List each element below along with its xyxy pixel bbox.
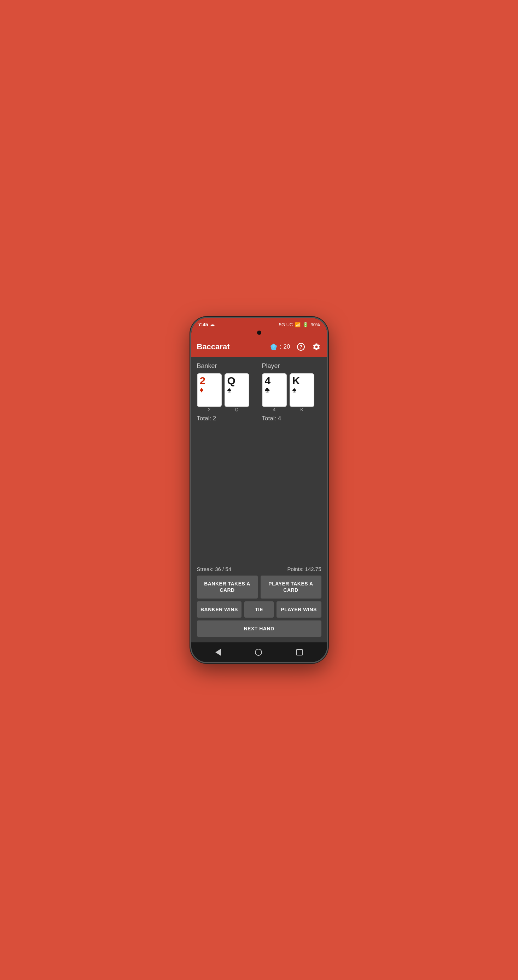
banker-total: Total: 2: [197, 415, 257, 422]
home-icon: [255, 649, 262, 656]
player-label: Player: [262, 363, 321, 370]
phone-device: 7:45 ☁ 5G UC 📶 🔋 90% Baccarat: [190, 317, 328, 663]
gem-score: : 20: [270, 343, 290, 351]
banker-card-1-suit: ♦: [200, 386, 204, 394]
player-card-2-label: K: [290, 407, 314, 412]
player-card-1-value: 4: [265, 375, 271, 386]
player-card-2-face: K ♠: [290, 373, 314, 407]
banker-card-2: Q ♠ Q: [225, 373, 249, 412]
signal-icon: 📶: [295, 322, 301, 328]
banker-takes-card-button[interactable]: BANKER TAKES A CARD: [197, 576, 258, 598]
banker-cards-row: 2 ♦ 2 Q ♠ Q: [197, 373, 257, 412]
player-card-1-face: 4 ♣: [262, 373, 287, 407]
next-hand-row: NEXT HAND: [197, 620, 321, 637]
notch-area: [191, 331, 327, 337]
nav-home-button[interactable]: [255, 649, 262, 656]
recents-icon: [296, 649, 303, 655]
winner-row: BANKER WINS TIE PLAYER WINS: [197, 601, 321, 617]
hands-row: Banker 2 ♦ 2 Q: [197, 363, 321, 422]
app-bar-right: : 20 ?: [270, 342, 321, 352]
streak-stat: Streak: 36 / 54: [197, 566, 232, 572]
action-buttons: BANKER TAKES A CARD PLAYER TAKES A CARD …: [197, 576, 321, 637]
gem-icon: [270, 343, 277, 351]
battery-text: 90%: [311, 322, 320, 328]
player-card-1-label: 4: [262, 407, 287, 412]
player-takes-card-button[interactable]: PLAYER TAKES A CARD: [261, 576, 321, 598]
help-button[interactable]: ?: [296, 342, 306, 352]
banker-card-1-label: 2: [197, 407, 222, 412]
main-content: Banker 2 ♦ 2 Q: [191, 357, 327, 562]
app-title: Baccarat: [197, 342, 270, 352]
player-card-2-suit: ♠: [292, 386, 296, 394]
banker-card-2-suit: ♠: [227, 386, 232, 394]
points-stat: Points: 142.75: [287, 566, 321, 572]
player-card-2: K ♠ K: [290, 373, 314, 412]
signal-text: 5G UC: [279, 322, 293, 328]
banker-card-1-value: 2: [200, 375, 206, 386]
banker-hand: Banker 2 ♦ 2 Q: [197, 363, 257, 422]
battery-icon: 🔋: [303, 322, 308, 328]
svg-text:?: ?: [299, 344, 302, 350]
banker-card-2-value: Q: [227, 375, 236, 386]
status-right-icons: 5G UC 📶 🔋 90%: [279, 322, 320, 328]
gem-value: :: [280, 343, 281, 350]
take-card-row: BANKER TAKES A CARD PLAYER TAKES A CARD: [197, 576, 321, 598]
banker-card-1-face: 2 ♦: [197, 373, 222, 407]
player-card-2-value: K: [292, 375, 300, 386]
player-card-1: 4 ♣ 4: [262, 373, 287, 412]
camera-dot: [257, 331, 261, 335]
banker-card-2-label: Q: [225, 407, 249, 412]
gem-count: 20: [284, 343, 290, 350]
nav-back-button[interactable]: [215, 649, 221, 656]
cloud-icon: ☁: [210, 322, 215, 328]
next-hand-button[interactable]: NEXT HAND: [197, 620, 321, 637]
player-card-1-suit: ♣: [265, 386, 270, 394]
app-bar: Baccarat : 20 ?: [191, 337, 327, 357]
player-cards-row: 4 ♣ 4 K ♠ K: [262, 373, 321, 412]
settings-button[interactable]: [311, 342, 321, 352]
tie-button[interactable]: TIE: [244, 601, 273, 617]
status-bar: 7:45 ☁ 5G UC 📶 🔋 90%: [191, 318, 327, 331]
player-hand: Player 4 ♣ 4 K: [262, 363, 321, 422]
stats-row: Streak: 36 / 54 Points: 142.75: [197, 562, 321, 576]
nav-recents-button[interactable]: [296, 649, 303, 655]
status-time: 7:45 ☁: [198, 322, 215, 328]
player-total: Total: 4: [262, 415, 321, 422]
banker-wins-button[interactable]: BANKER WINS: [197, 601, 242, 617]
nav-bar: [191, 643, 327, 662]
banker-card-2-face: Q ♠: [225, 373, 249, 407]
banker-label: Banker: [197, 363, 257, 370]
back-icon: [215, 649, 221, 656]
bottom-section: Streak: 36 / 54 Points: 142.75 BANKER TA…: [191, 562, 327, 643]
player-wins-button[interactable]: PLAYER WINS: [276, 601, 321, 617]
banker-card-1: 2 ♦ 2: [197, 373, 222, 412]
